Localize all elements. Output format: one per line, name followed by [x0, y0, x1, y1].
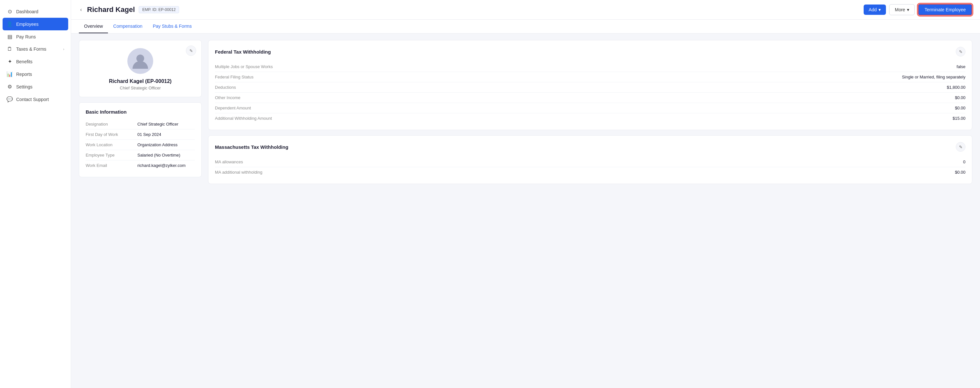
sidebar-item-benefits[interactable]: ✦ Benefits: [0, 55, 71, 68]
chevron-right-icon: ›: [63, 47, 64, 51]
federal-tax-title: Federal Tax Withholding: [215, 49, 271, 55]
tax-value-filing-status: Single or Married, filing separately: [902, 74, 966, 79]
info-value-first-day: 01 Sep 2024: [137, 132, 161, 137]
back-button[interactable]: ‹: [79, 5, 83, 14]
sidebar-item-dashboard[interactable]: ⊙ Dashboard: [0, 5, 71, 18]
sidebar-item-pay-runs[interactable]: ▤ Pay Runs: [0, 30, 71, 43]
tax-row-additional-withholding: Additional Withholding Amount $15.00: [215, 113, 966, 123]
federal-tax-card: Federal Tax Withholding ✎ Multiple Jobs …: [208, 40, 972, 130]
sidebar-label-reports: Reports: [16, 72, 32, 77]
sidebar: ⊙ Dashboard 👤 Employees ▤ Pay Runs 🗒 Tax…: [0, 0, 71, 388]
page-header: ‹ Richard Kagel EMP. ID: EP-00012 Add ▾ …: [71, 0, 980, 20]
info-value-designation: Chief Strategic Officer: [137, 122, 178, 127]
sidebar-label-dashboard: Dashboard: [16, 9, 38, 14]
ma-tax-card: Massachusetts Tax Withholding ✎ MA allow…: [208, 135, 972, 184]
tax-value-multiple-jobs: false: [957, 64, 966, 69]
page-title: Richard Kagel: [87, 5, 135, 14]
info-label-work-location: Work Location: [86, 143, 137, 147]
profile-name: Richard Kagel (EP-00012): [109, 78, 172, 84]
tax-row-deductions: Deductions $1,800.00: [215, 82, 966, 93]
sidebar-item-reports[interactable]: 📊 Reports: [0, 68, 71, 81]
tab-bar: Overview Compensation Pay Stubs & Forms: [71, 20, 980, 33]
tab-compensation[interactable]: Compensation: [108, 20, 147, 33]
federal-tax-rows: Multiple Jobs or Spouse Works false Fede…: [215, 62, 966, 123]
tax-row-multiple-jobs: Multiple Jobs or Spouse Works false: [215, 62, 966, 72]
right-column: Federal Tax Withholding ✎ Multiple Jobs …: [208, 40, 972, 382]
add-label: Add: [869, 7, 877, 12]
avatar: [127, 48, 153, 74]
tax-value-ma-allowances: 0: [963, 160, 966, 164]
tax-value-deductions: $1,800.00: [947, 85, 966, 90]
header-actions: Add ▾ More ▾ Terminate Employee: [864, 4, 972, 16]
tax-value-dependent: $0.00: [955, 106, 966, 111]
terminate-employee-button[interactable]: Terminate Employee: [918, 4, 972, 16]
add-button[interactable]: Add ▾: [864, 5, 886, 15]
sidebar-label-settings: Settings: [16, 84, 33, 89]
info-row-work-email: Work Email richard.kagel@zylker.com: [86, 160, 195, 170]
federal-tax-edit-icon: ✎: [959, 49, 963, 54]
edit-icon: ✎: [189, 48, 193, 53]
info-label-work-email: Work Email: [86, 163, 137, 168]
federal-tax-edit-button[interactable]: ✎: [956, 47, 966, 57]
info-row-employee-type: Employee Type Salaried (No Overtime): [86, 150, 195, 160]
profile-edit-button[interactable]: ✎: [186, 46, 196, 56]
info-row-work-location: Work Location Organization Address: [86, 140, 195, 150]
sidebar-item-taxes-forms[interactable]: 🗒 Taxes & Forms ›: [0, 43, 71, 55]
sidebar-label-taxes-forms: Taxes & Forms: [16, 46, 46, 52]
info-value-work-location: Organization Address: [137, 143, 177, 147]
tax-value-other-income: $0.00: [955, 95, 966, 100]
info-label-employee-type: Employee Type: [86, 153, 137, 158]
profile-card: ✎ Richard Kagel (EP-00012) Chief Strateg…: [79, 40, 202, 97]
sidebar-label-benefits: Benefits: [16, 59, 33, 64]
tax-value-additional-withholding: $15.00: [953, 116, 966, 121]
info-label-designation: Designation: [86, 122, 137, 127]
tax-label-filing-status: Federal Filing Status: [215, 74, 253, 79]
tax-value-ma-additional: $0.00: [955, 170, 966, 175]
sidebar-item-settings[interactable]: ⚙ Settings: [0, 81, 71, 93]
tax-row-ma-additional: MA additional withholding $0.00: [215, 167, 966, 177]
emp-id-badge: EMP. ID: EP-00012: [138, 6, 179, 13]
tax-label-additional-withholding: Additional Withholding Amount: [215, 116, 272, 121]
sidebar-label-employees: Employees: [16, 22, 38, 27]
employees-icon: 👤: [6, 21, 13, 27]
tax-row-dependent: Dependent Amount $0.00: [215, 103, 966, 113]
tab-pay-stubs-forms[interactable]: Pay Stubs & Forms: [148, 20, 197, 33]
more-label: More: [895, 7, 905, 12]
basic-info-card: Basic Information Designation Chief Stra…: [79, 102, 202, 177]
settings-icon: ⚙: [6, 84, 13, 90]
sidebar-label-pay-runs: Pay Runs: [16, 34, 36, 40]
federal-tax-header: Federal Tax Withholding ✎: [215, 47, 966, 57]
info-value-work-email: richard.kagel@zylker.com: [137, 163, 186, 168]
header-left: ‹ Richard Kagel EMP. ID: EP-00012: [79, 5, 179, 14]
back-icon: ‹: [80, 7, 82, 12]
tax-row-other-income: Other Income $0.00: [215, 93, 966, 103]
content-area: ✎ Richard Kagel (EP-00012) Chief Strateg…: [71, 33, 980, 388]
pay-runs-icon: ▤: [6, 33, 13, 40]
ma-tax-header: Massachusetts Tax Withholding ✎: [215, 142, 966, 152]
info-row-designation: Designation Chief Strategic Officer: [86, 119, 195, 130]
dashboard-icon: ⊙: [6, 8, 13, 14]
main-content: ‹ Richard Kagel EMP. ID: EP-00012 Add ▾ …: [71, 0, 980, 388]
sidebar-item-employees[interactable]: 👤 Employees: [3, 18, 68, 30]
info-row-first-day: First Day of Work 01 Sep 2024: [86, 130, 195, 140]
tax-label-deductions: Deductions: [215, 85, 236, 90]
sidebar-label-contact-support: Contact Support: [16, 97, 49, 102]
benefits-icon: ✦: [6, 59, 13, 65]
tax-row-ma-allowances: MA allowances 0: [215, 157, 966, 167]
tax-label-ma-allowances: MA allowances: [215, 160, 243, 164]
ma-tax-edit-button[interactable]: ✎: [956, 142, 966, 152]
contact-support-icon: 💬: [6, 96, 13, 102]
reports-icon: 📊: [6, 71, 13, 77]
more-button[interactable]: More ▾: [889, 4, 915, 15]
sidebar-item-contact-support[interactable]: 💬 Contact Support: [0, 93, 71, 106]
ma-tax-rows: MA allowances 0 MA additional withholdin…: [215, 157, 966, 177]
ma-tax-title: Massachusetts Tax Withholding: [215, 144, 288, 150]
tab-overview[interactable]: Overview: [79, 20, 108, 33]
profile-job-title: Chief Strategic Officer: [120, 86, 161, 90]
tax-label-other-income: Other Income: [215, 95, 240, 100]
avatar-svg: [130, 51, 150, 71]
add-chevron-icon: ▾: [878, 7, 881, 12]
basic-info-rows: Designation Chief Strategic Officer Firs…: [86, 119, 195, 170]
basic-info-title: Basic Information: [86, 109, 195, 115]
tax-label-dependent: Dependent Amount: [215, 106, 251, 111]
